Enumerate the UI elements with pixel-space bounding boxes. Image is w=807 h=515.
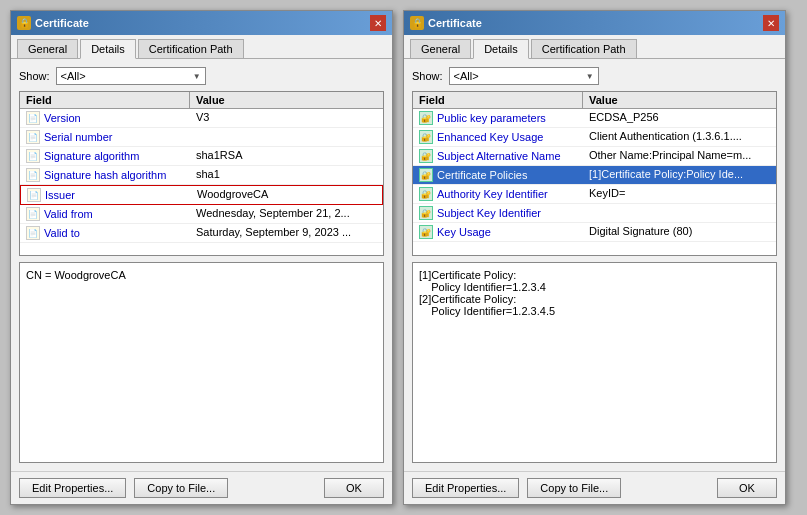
row-field-value: Saturday, September 9, 2023 ... xyxy=(190,224,383,242)
row-field-value xyxy=(583,242,776,244)
row-field-name: 🔐Subject Alternative Name xyxy=(413,147,583,165)
right-table-rows: 🔐Public key parametersECDSA_P256🔐Enhance… xyxy=(413,109,776,244)
left-tab-details[interactable]: Details xyxy=(80,39,136,59)
left-show-dropdown[interactable]: <All> ▼ xyxy=(56,67,206,85)
right-dialog-body: Show: <All> ▼ Field Value 🔐Public key pa… xyxy=(404,59,785,471)
left-tab-general[interactable]: General xyxy=(17,39,78,58)
row-field-name: 🔐Certificate Policies xyxy=(413,166,583,184)
right-dialog-title: Certificate xyxy=(428,17,482,29)
row-field-name: 📄Signature algorithm xyxy=(20,147,190,165)
left-footer-buttons: Edit Properties... Copy to File... xyxy=(19,478,228,498)
left-tab-certpath[interactable]: Certification Path xyxy=(138,39,244,58)
row-field-value xyxy=(583,204,776,222)
left-table-row[interactable]: 📄Signature hash algorithmsha1 xyxy=(20,166,383,185)
row-field-name: 🔐Enhanced Key Usage xyxy=(413,128,583,146)
right-table-header: Field Value xyxy=(413,92,776,109)
row-field-name: 🔐Thumbprint xyxy=(413,242,583,244)
row-field-value: sha1 xyxy=(190,166,383,184)
left-table-row[interactable]: 📄Valid fromWednesday, September 21, 2... xyxy=(20,205,383,224)
right-table-row[interactable]: 🔐Thumbprint xyxy=(413,242,776,244)
left-certificate-dialog: 🔒 Certificate ✕ General Details Certific… xyxy=(10,10,393,505)
right-info-text: [1]Certificate Policy: Policy Identifier… xyxy=(419,269,770,317)
row-field-name: 📄Version xyxy=(20,109,190,127)
left-show-label: Show: xyxy=(19,70,50,82)
left-ok-button[interactable]: OK xyxy=(324,478,384,498)
row-field-name: 📄Serial number xyxy=(20,128,190,146)
left-col-field: Field xyxy=(20,92,190,108)
row-doc-icon: 📄 xyxy=(26,149,40,163)
right-ok-button[interactable]: OK xyxy=(717,478,777,498)
right-table-row[interactable]: 🔐Authority Key IdentifierKeyID= xyxy=(413,185,776,204)
right-table-row[interactable]: 🔐Key UsageDigital Signature (80) xyxy=(413,223,776,242)
row-field-name: 🔐Public key parameters xyxy=(413,109,583,127)
left-tabs: General Details Certification Path xyxy=(11,35,392,59)
row-field-value: Digital Signature (80) xyxy=(583,223,776,241)
left-info-text: CN = WoodgroveCA xyxy=(26,269,377,281)
right-tab-details[interactable]: Details xyxy=(473,39,529,59)
right-title-bar: 🔒 Certificate ✕ xyxy=(404,11,785,35)
right-table-row[interactable]: 🔐Public key parametersECDSA_P256 xyxy=(413,109,776,128)
left-title-icon: 🔒 xyxy=(17,16,31,30)
row-cert-icon: 🔐 xyxy=(419,225,433,239)
right-footer: Edit Properties... Copy to File... OK xyxy=(404,471,785,504)
row-field-value: KeyID= xyxy=(583,185,776,203)
row-cert-icon: 🔐 xyxy=(419,149,433,163)
row-field-name: 🔐Authority Key Identifier xyxy=(413,185,583,203)
left-table: Field Value 📄VersionV3📄Serial number📄Sig… xyxy=(19,91,384,256)
right-show-value: <All> xyxy=(454,70,479,82)
row-field-value: Other Name:Principal Name=m... xyxy=(583,147,776,165)
row-doc-icon: 📄 xyxy=(27,188,41,202)
right-table-row[interactable]: 🔐Subject Key Identifier xyxy=(413,204,776,223)
left-footer: Edit Properties... Copy to File... OK xyxy=(11,471,392,504)
right-tabs: General Details Certification Path xyxy=(404,35,785,59)
row-cert-icon: 🔐 xyxy=(419,187,433,201)
left-table-row[interactable]: 📄Serial number xyxy=(20,128,383,147)
right-edit-properties-button[interactable]: Edit Properties... xyxy=(412,478,519,498)
right-tab-general[interactable]: General xyxy=(410,39,471,58)
right-show-dropdown[interactable]: <All> ▼ xyxy=(449,67,599,85)
row-field-name: 🔐Key Usage xyxy=(413,223,583,241)
left-copy-to-file-button[interactable]: Copy to File... xyxy=(134,478,228,498)
right-footer-buttons: Edit Properties... Copy to File... xyxy=(412,478,621,498)
left-show-row: Show: <All> ▼ xyxy=(19,67,384,85)
left-table-row[interactable]: 📄Valid toSaturday, September 9, 2023 ... xyxy=(20,224,383,243)
row-field-name: 📄Valid from xyxy=(20,205,190,223)
row-field-value: WoodgroveCA xyxy=(191,186,382,204)
right-table-row[interactable]: 🔐Subject Alternative NameOther Name:Prin… xyxy=(413,147,776,166)
right-col-field: Field xyxy=(413,92,583,108)
left-table-row[interactable]: 📄VersionV3 xyxy=(20,109,383,128)
row-field-name: 📄Valid to xyxy=(20,224,190,242)
left-table-row[interactable]: 📄Subjectmfauser_UserAccounts_wood... xyxy=(20,243,383,244)
row-doc-icon: 📄 xyxy=(26,207,40,221)
right-dropdown-arrow: ▼ xyxy=(586,72,594,81)
row-field-value xyxy=(190,128,383,146)
right-tab-certpath[interactable]: Certification Path xyxy=(531,39,637,58)
right-table-row[interactable]: 🔐Enhanced Key UsageClient Authentication… xyxy=(413,128,776,147)
right-close-button[interactable]: ✕ xyxy=(763,15,779,31)
right-show-label: Show: xyxy=(412,70,443,82)
left-dropdown-arrow: ▼ xyxy=(193,72,201,81)
row-field-value: Wednesday, September 21, 2... xyxy=(190,205,383,223)
left-title-bar: 🔒 Certificate ✕ xyxy=(11,11,392,35)
right-table: Field Value 🔐Public key parametersECDSA_… xyxy=(412,91,777,256)
left-table-header: Field Value xyxy=(20,92,383,109)
right-table-row[interactable]: 🔐Certificate Policies[1]Certificate Poli… xyxy=(413,166,776,185)
left-edit-properties-button[interactable]: Edit Properties... xyxy=(19,478,126,498)
left-table-row[interactable]: 📄IssuerWoodgroveCA xyxy=(20,185,383,205)
left-dialog-title: Certificate xyxy=(35,17,89,29)
right-col-value: Value xyxy=(583,92,776,108)
left-close-button[interactable]: ✕ xyxy=(370,15,386,31)
row-field-value: mfauser_UserAccounts_wood... xyxy=(190,243,383,244)
right-info-box: [1]Certificate Policy: Policy Identifier… xyxy=(412,262,777,463)
row-cert-icon: 🔐 xyxy=(419,206,433,220)
row-field-value: [1]Certificate Policy:Policy Ide... xyxy=(583,166,776,184)
right-copy-to-file-button[interactable]: Copy to File... xyxy=(527,478,621,498)
row-doc-icon: 📄 xyxy=(26,130,40,144)
right-certificate-dialog: 🔒 Certificate ✕ General Details Certific… xyxy=(403,10,786,505)
row-field-name: 📄Subject xyxy=(20,243,190,244)
left-table-row[interactable]: 📄Signature algorithmsha1RSA xyxy=(20,147,383,166)
row-doc-icon: 📄 xyxy=(26,111,40,125)
left-info-box: CN = WoodgroveCA xyxy=(19,262,384,463)
row-field-value: sha1RSA xyxy=(190,147,383,165)
row-doc-icon: 📄 xyxy=(26,168,40,182)
